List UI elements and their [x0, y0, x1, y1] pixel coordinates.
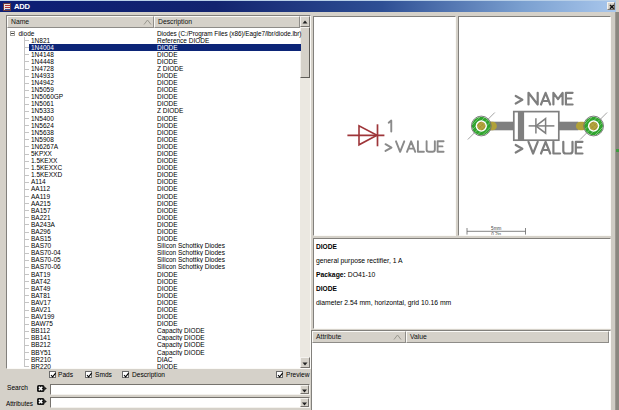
svg-text:0.2in: 0.2in	[491, 232, 501, 235]
svg-text:5mm: 5mm	[491, 226, 501, 231]
